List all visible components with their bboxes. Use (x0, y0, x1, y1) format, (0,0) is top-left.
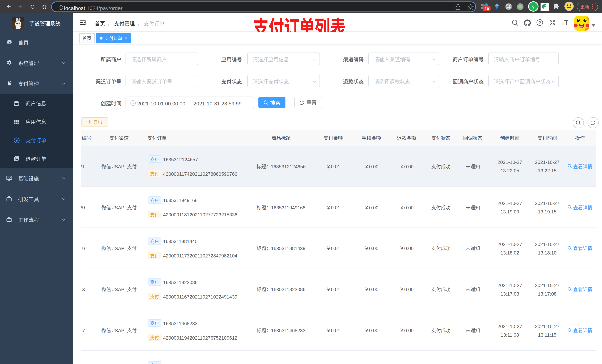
svg-text:¥: ¥ (16, 138, 18, 142)
svg-text:?: ? (538, 20, 541, 25)
svg-text:y: y (532, 4, 535, 10)
